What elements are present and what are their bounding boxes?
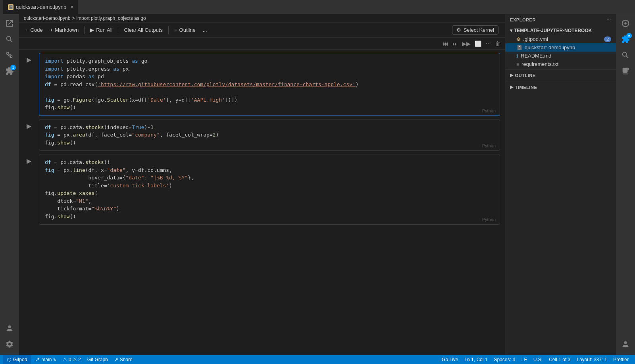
gitpod-status[interactable]: ⬡ Gitpod [3,355,31,364]
outline-icon: ≡ [174,27,177,33]
cell-1-content: import plotly.graph_objects as go import… [39,53,500,116]
language-label: U.S. [533,357,543,362]
cell-tool-next[interactable]: ▶▶ [461,39,472,48]
tab-close-button[interactable]: × [70,4,73,10]
spaces-label: Spaces: 4 [494,357,515,362]
activity-icon-explorer[interactable] [2,15,17,31]
share-icon: ↗ [114,357,118,362]
file-name-requirements: requirements.txt [521,61,558,67]
file-item-readme[interactable]: ℹ README.md [505,52,616,60]
errors-status[interactable]: ⚠ 0 ⚠ 2 [60,355,84,364]
layout-status[interactable]: Layout: 33711 [573,355,610,364]
cell-tool-more[interactable]: ⋯ [484,39,492,48]
notebook-tab-icon: 📓 [8,4,13,10]
code-button[interactable]: + Code [22,26,46,34]
app-body: 1 quickstart-demo.ipynb > import plotly.… [0,14,635,355]
select-kernel-button[interactable]: ⚙ Select Kernel [452,25,498,35]
gitpod-icon: ⬡ [7,357,11,362]
errors-label: ⚠ 0 ⚠ 2 [63,357,81,362]
cell-tool-start[interactable]: ⏮ [442,39,450,48]
file-item-notebook[interactable]: 📓 quickstart-demo.ipynb [505,43,616,52]
run-all-button[interactable]: ▶ Run All [87,26,115,34]
right-bar-bottom [618,336,633,355]
spaces-status[interactable]: Spaces: 4 [491,355,518,364]
breadcrumb-sep1: > [72,15,75,21]
timeline-header[interactable]: ▶ TIMELINE [505,82,616,92]
run-all-icon: ▶ [90,27,94,33]
markdown-icon: + [50,27,53,33]
file-name-readme: README.md [521,53,551,59]
activity-icon-extensions[interactable]: 1 [2,63,17,79]
cell-1-gutter: ▶ [19,53,39,116]
timeline-title: TIMELINE [515,85,537,90]
toolbar-separator-2 [118,26,118,34]
explorer-action-more[interactable]: ⋯ [606,17,611,22]
explorer-title: EXPLORER [510,17,536,22]
clear-all-button[interactable]: Clear All Outputs [121,26,166,34]
git-graph-status[interactable]: Git Graph [84,355,111,364]
tab-notebook[interactable]: 📓 quickstart-demo.ipynb × [3,0,78,14]
right-icon-notebook[interactable] [618,15,633,31]
activity-bar: 1 [0,14,19,355]
breadcrumb-part2[interactable]: import plotly.graph_objects as go [76,15,146,21]
markdown-button[interactable]: + Markdown [47,26,82,34]
explorer-panel: EXPLORER ⋯ ▾ TEMPLATE-JUPYTER-NOTEBOOK ⚙… [505,14,616,355]
toolbar-separator-1 [84,26,85,34]
file-badge-gitpod: 2 [604,37,611,42]
toolbar-separator-3 [168,26,169,34]
cell-3-run-button[interactable]: ▶ [27,157,31,165]
gitpod-label: Gitpod [13,357,27,362]
cell-tool-stop[interactable]: ⬜ [473,39,483,48]
activity-icon-source-control[interactable] [2,47,17,63]
chevron-down-icon: ▾ [510,28,512,33]
right-icon-terminal[interactable] [618,63,633,79]
explorer-section-header[interactable]: ▾ TEMPLATE-JUPYTER-NOTEBOOK [505,26,616,35]
cell-3: ▶ df = px.data.stocks() fig = px.line(df… [19,154,505,225]
cell-tool-prev[interactable]: ⏭ [451,39,459,48]
file-item-requirements[interactable]: ≡ requirements.txt [505,60,616,68]
code-icon: + [25,27,29,33]
cell-3-lang: Python [482,217,496,222]
cell-status[interactable]: Cell 1 of 3 [546,355,573,364]
more-button[interactable]: ... [200,26,210,34]
layout-label: Layout: 33711 [577,357,607,362]
cell-3-content: df = px.data.stocks() fig = px.line(df, … [39,154,500,224]
prettier-status[interactable]: Prettier [610,355,632,364]
cell-2-run-button[interactable]: ▶ [27,122,31,130]
encoding-status[interactable]: LF [518,355,530,364]
cell-tool-delete[interactable]: 🗑 [494,39,502,48]
outline-button[interactable]: ≡ Outline [171,26,199,34]
right-icon-extensions[interactable]: ● [618,31,633,47]
cell-3-body[interactable]: df = px.data.stocks() fig = px.line(df, … [39,154,500,225]
cell-2-body[interactable]: df = px.data.stocks(indexed=True)-1 fig … [39,119,500,151]
clear-all-label: Clear All Outputs [124,27,163,33]
activity-icon-search[interactable] [2,31,17,47]
right-icon-search[interactable] [618,47,633,63]
position-status[interactable]: Ln 1, Col 1 [461,355,491,364]
file-icon-requirements: ≡ [516,62,519,67]
main-area: quickstart-demo.ipynb > import plotly.gr… [19,14,505,355]
sync-icon: ↻ [53,358,56,362]
right-icon-account[interactable] [618,336,633,352]
svg-point-0 [624,22,627,25]
cell-2: ▶ df = px.data.stocks(indexed=True)-1 fi… [19,119,505,151]
breadcrumb-part1[interactable]: quickstart-demo.ipynb [24,15,70,21]
timeline-section: ▶ TIMELINE [505,81,616,93]
notebook-toolbar: + Code + Markdown ▶ Run All Clear All Ou… [19,23,505,38]
file-icon-readme: ℹ [516,53,518,59]
go-live-status[interactable]: Go Live [439,355,461,364]
activity-icon-settings[interactable] [2,336,17,352]
outline-header[interactable]: ▶ OUTLINE [505,70,616,80]
cell-1-run-button[interactable]: ▶ [27,56,31,64]
file-item-gitpod[interactable]: ⚙ .gitpod.yml 2 [505,35,616,43]
kernel-icon: ⚙ [456,27,461,33]
extensions-badge: 1 [10,65,16,70]
select-kernel-label: Select Kernel [464,27,494,33]
language-status[interactable]: U.S. [530,355,546,364]
markdown-label: Markdown [55,27,79,33]
branch-status[interactable]: ⎇ main ↻ [31,355,60,364]
tab-label: quickstart-demo.ipynb [16,4,66,10]
cell-1-body[interactable]: import plotly.graph_objects as go import… [39,53,500,116]
share-status[interactable]: ↗ Share [111,355,136,364]
activity-icon-accounts[interactable] [2,320,17,336]
